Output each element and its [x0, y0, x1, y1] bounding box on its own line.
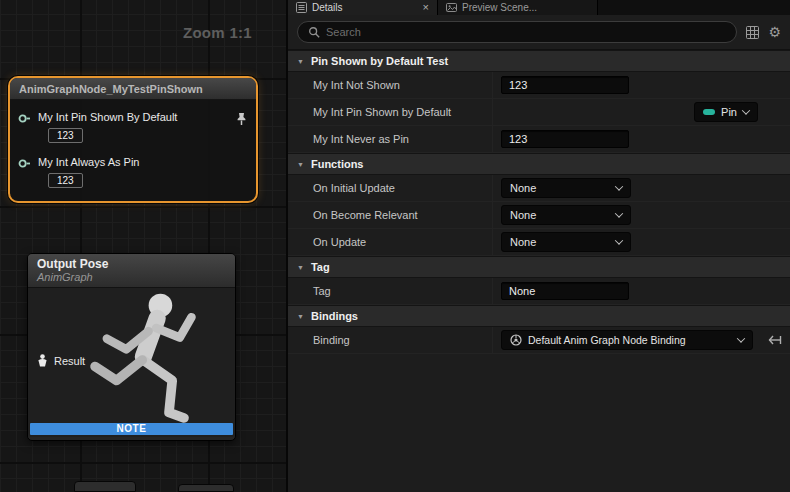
pin-label: My Int Pin Shown By Default	[38, 111, 177, 123]
node-header[interactable]: Output Pose AnimGraph	[28, 254, 235, 288]
result-pin[interactable]: Result	[37, 354, 85, 367]
chevron-down-icon[interactable]: ▼	[297, 313, 304, 320]
tab-bar: Details × Preview Scene...	[288, 0, 790, 15]
property-label: Tag	[288, 285, 492, 297]
graph-node-output-pose[interactable]: Output Pose AnimGraph Result NOTE	[27, 253, 236, 441]
dropdown-value: None	[510, 236, 536, 248]
pin-icon	[703, 109, 715, 115]
property-label: On Become Relevant	[288, 209, 492, 221]
node-title[interactable]: AnimGraphNode_MyTestPinShown	[10, 78, 256, 100]
node-body: My Int Pin Shown By Default 123 My Int A…	[10, 100, 256, 201]
tab-preview-scene[interactable]: Preview Scene...	[438, 0, 598, 15]
dropdown-value: Pin	[721, 106, 737, 118]
section-title: Functions	[311, 158, 364, 170]
property-row: Tag None	[288, 278, 790, 305]
section-header-functions[interactable]: ▼ Functions	[288, 153, 790, 175]
property-row: My Int Not Shown 123	[288, 72, 790, 99]
node-subtitle: AnimGraph	[37, 271, 226, 283]
property-label: My Int Pin Shown by Default	[288, 106, 492, 118]
node-body: Result NOTE	[28, 288, 235, 437]
pin-visibility-dropdown[interactable]: Pin	[694, 102, 758, 122]
anim-graph-canvas[interactable]: Zoom 1:1 AnimGraphNode_MyTestPinShown My…	[0, 0, 286, 492]
property-label: Binding	[288, 334, 492, 346]
chevron-down-icon[interactable]: ▼	[297, 58, 304, 65]
chevron-down-icon	[615, 236, 623, 244]
grid-view-icon[interactable]	[746, 26, 759, 39]
pin-row: My Int Pin Shown By Default 123	[18, 111, 248, 143]
property-row: My Int Pin Shown by Default Pin	[288, 99, 790, 126]
section-title: Bindings	[311, 310, 358, 322]
property-label: On Update	[288, 236, 492, 248]
property-row: My Int Never as Pin 123	[288, 126, 790, 153]
chevron-down-icon	[742, 106, 750, 114]
property-label: On Initial Update	[288, 182, 492, 194]
tab-details[interactable]: Details ×	[288, 0, 438, 15]
node-title: Output Pose	[37, 257, 226, 271]
section-title: Tag	[311, 261, 330, 273]
graph-node-partial[interactable]	[74, 481, 136, 492]
zoom-level-label: Zoom 1:1	[183, 24, 252, 41]
settings-gear-icon[interactable]: ⚙	[768, 25, 781, 39]
binding-dropdown[interactable]: Default Anim Graph Node Binding	[501, 330, 753, 350]
section-title: Pin Shown by Default Test	[311, 55, 448, 67]
graph-node-mytestpinshown[interactable]: AnimGraphNode_MyTestPinShown My Int Pin …	[8, 76, 258, 203]
search-box[interactable]	[297, 21, 737, 43]
tab-label: Preview Scene...	[462, 2, 537, 13]
section-header-tag[interactable]: ▼ Tag	[288, 256, 790, 278]
result-pin-label: Result	[54, 355, 85, 367]
section-header-pin-shown[interactable]: ▼ Pin Shown by Default Test	[288, 50, 790, 72]
dropdown-value: None	[510, 182, 536, 194]
int-value-input[interactable]: 123	[48, 128, 83, 143]
close-tab-icon[interactable]: ×	[423, 2, 429, 13]
property-label: My Int Never as Pin	[288, 133, 492, 145]
chevron-down-icon	[737, 334, 745, 342]
property-row: On Become Relevant None	[288, 202, 790, 229]
chevron-down-icon[interactable]: ▼	[297, 264, 304, 271]
function-dropdown[interactable]: None	[501, 205, 631, 225]
reset-to-default-icon[interactable]	[768, 335, 782, 345]
pose-pin-icon	[37, 354, 48, 367]
property-label: My Int Not Shown	[288, 79, 492, 91]
int-input[interactable]: 123	[501, 130, 629, 148]
section-header-bindings[interactable]: ▼ Bindings	[288, 305, 790, 327]
dropdown-value: Default Anim Graph Node Binding	[528, 334, 732, 346]
pin-row: My Int Always As Pin 123	[18, 156, 248, 188]
search-icon	[308, 26, 320, 38]
thumbtack-icon[interactable]	[235, 112, 248, 126]
chevron-down-icon	[615, 182, 623, 190]
binding-class-icon	[510, 334, 522, 346]
search-input[interactable]	[326, 26, 726, 38]
graph-node-partial[interactable]	[178, 484, 234, 492]
function-dropdown[interactable]: None	[501, 232, 631, 252]
details-panel: Details × Preview Scene...	[286, 0, 790, 492]
property-row: On Initial Update None	[288, 175, 790, 202]
chevron-down-icon	[615, 209, 623, 217]
property-row: Binding Default Anim Graph Node Binding	[288, 327, 790, 354]
details-toolbar: ⚙	[288, 15, 790, 50]
pin-label: My Int Always As Pin	[38, 156, 139, 168]
mannequin-figure	[64, 288, 229, 434]
tag-input[interactable]: None	[501, 282, 629, 300]
tab-label: Details	[312, 2, 343, 13]
dropdown-value: None	[510, 209, 536, 221]
details-tab-icon	[296, 2, 307, 13]
int-pin-icon[interactable]	[18, 113, 31, 124]
int-pin-icon[interactable]	[18, 158, 31, 169]
int-value-input[interactable]: 123	[48, 173, 83, 188]
function-dropdown[interactable]: None	[501, 178, 631, 198]
chevron-down-icon[interactable]: ▼	[297, 161, 304, 168]
int-input[interactable]: 123	[501, 76, 629, 94]
property-row: On Update None	[288, 229, 790, 256]
note-banner[interactable]: NOTE	[30, 423, 233, 435]
preview-scene-tab-icon	[446, 2, 457, 13]
